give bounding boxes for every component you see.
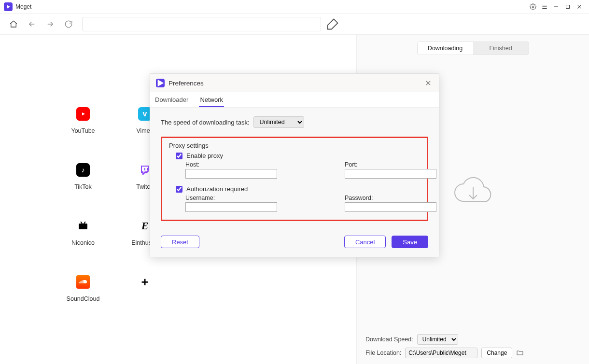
port-label: Port: (345, 161, 436, 168)
app-icon (156, 79, 165, 87)
tiktok-icon: ♪ (76, 163, 90, 177)
menu-icon[interactable] (539, 1, 550, 13)
download-speed-select[interactable]: Unlimited (417, 334, 458, 345)
youtube-icon (76, 107, 90, 121)
tab-finished[interactable]: Finished (473, 42, 529, 55)
site-niconico[interactable]: Niconico (52, 219, 114, 246)
svg-marker-17 (158, 80, 164, 86)
svg-line-15 (84, 222, 85, 224)
enable-proxy-label: Enable proxy (186, 152, 223, 159)
site-youtube[interactable]: YouTube (52, 107, 114, 134)
dialog-body: The speed of downloading task: Unlimited… (150, 108, 439, 228)
browser-toolbar (0, 14, 589, 35)
site-add[interactable]: + (114, 275, 176, 302)
folder-icon[interactable] (516, 349, 524, 357)
dialog-title: Preferences (168, 80, 204, 87)
port-input[interactable] (345, 169, 436, 179)
change-button[interactable]: Change (481, 348, 512, 358)
speed-label: The speed of downloading task: (161, 119, 250, 126)
tab-downloading[interactable]: Downloading (418, 42, 473, 55)
maximize-icon[interactable] (562, 1, 574, 13)
svg-line-11 (332, 19, 334, 21)
file-location-label: File Location: (365, 350, 401, 356)
proxy-settings-box: Proxy settings Enable proxy Host: Port: … (161, 137, 428, 221)
preferences-dialog: Preferences Downloader Network The speed… (150, 73, 439, 257)
plus-icon: + (138, 275, 152, 289)
proxy-title: Proxy settings (169, 142, 420, 149)
dialog-tabs: Downloader Network (150, 92, 439, 108)
save-button[interactable]: Save (392, 236, 428, 248)
enable-proxy-checkbox[interactable] (176, 153, 182, 159)
file-location-input[interactable] (405, 348, 477, 358)
host-label: Host: (185, 161, 277, 168)
tab-network[interactable]: Network (199, 93, 224, 107)
auth-required-label: Authorization required (186, 185, 248, 193)
host-input[interactable] (185, 169, 277, 179)
auth-required-checkbox[interactable] (176, 186, 182, 193)
home-icon[interactable] (7, 17, 20, 31)
site-label: YouTube (71, 127, 95, 134)
svg-point-1 (532, 6, 534, 8)
right-footer: Download Speed: Unlimited File Location:… (357, 328, 589, 364)
cancel-button[interactable]: Cancel (344, 236, 386, 248)
back-icon[interactable] (25, 17, 39, 31)
close-icon[interactable] (574, 1, 585, 13)
tab-downloader[interactable]: Downloader (154, 93, 189, 107)
dialog-footer: Reset Cancel Save (150, 228, 439, 257)
site-label: Niconico (71, 239, 95, 246)
soundcloud-icon (76, 275, 90, 289)
password-label: Password: (345, 195, 436, 201)
brush-icon[interactable] (326, 17, 339, 31)
reload-icon[interactable] (62, 17, 75, 31)
forward-icon[interactable] (43, 17, 57, 31)
download-speed-label: Download Speed: (365, 336, 413, 343)
speed-select[interactable]: Unlimited (253, 116, 304, 128)
dialog-close-icon[interactable] (423, 78, 433, 88)
password-input[interactable] (345, 202, 436, 212)
svg-marker-0 (7, 5, 10, 9)
svg-rect-13 (79, 224, 87, 229)
niconico-icon (76, 219, 90, 233)
site-label: SoundCloud (67, 295, 100, 302)
app-icon (4, 2, 13, 11)
svg-line-14 (81, 222, 82, 224)
username-input[interactable] (185, 202, 277, 212)
app-name: Meget (15, 3, 31, 10)
username-label: Username: (185, 195, 277, 201)
dialog-header: Preferences (150, 74, 439, 92)
minimize-icon[interactable] (550, 1, 562, 13)
settings-icon[interactable] (527, 1, 539, 13)
site-label: TikTok (74, 183, 92, 190)
titlebar: Meget (0, 0, 589, 14)
site-tiktok[interactable]: ♪ TikTok (52, 163, 114, 190)
url-input[interactable] (82, 17, 321, 31)
download-tabs: Downloading Finished (417, 42, 529, 55)
site-soundcloud[interactable]: SoundCloud (52, 275, 114, 302)
svg-marker-12 (82, 112, 85, 115)
reset-button[interactable]: Reset (161, 236, 199, 248)
svg-rect-6 (566, 5, 570, 8)
